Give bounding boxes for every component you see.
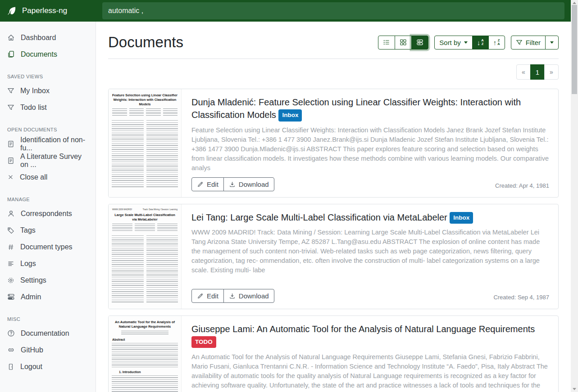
filter-dropdown-toggle[interactable]	[545, 36, 559, 50]
view-toggle-group	[378, 36, 428, 50]
sidebar-item-admin[interactable]: Admin	[0, 288, 96, 305]
hash-icon	[7, 243, 14, 251]
link-icon	[7, 346, 15, 354]
sidebar-item-label: My Inbox	[20, 87, 50, 95]
sort-by-dropdown[interactable]: Sort by	[434, 36, 473, 50]
window-scrollbar[interactable]	[571, 0, 578, 392]
file-text-icon	[7, 140, 14, 148]
tag-badge[interactable]: TODO	[191, 336, 216, 348]
document-title[interactable]: Giuseppe Lami: An Automatic Tool for the…	[191, 323, 549, 348]
current-page-button[interactable]: 1	[530, 64, 545, 80]
sidebar-item-label: A Literature Survey on ...	[20, 153, 88, 169]
sort-ascending-button[interactable]: ↑ZA	[488, 36, 505, 50]
sidebar-item-label: Dashboard	[21, 34, 56, 42]
download-icon	[229, 293, 236, 299]
edit-button[interactable]: Edit	[191, 177, 224, 191]
sidebar-item-logs[interactable]: Logs	[0, 255, 96, 272]
sidebar-item-dashboard[interactable]: Dashboard	[0, 29, 96, 46]
tag-badge[interactable]: Inbox	[450, 212, 473, 224]
tag-badge[interactable]: Inbox	[278, 109, 302, 121]
sidebar-item-close-all[interactable]: Close all	[0, 169, 96, 185]
sidebar-section-heading: MANAGE	[7, 197, 88, 202]
page-title: Documents	[108, 32, 183, 53]
person-icon	[7, 210, 15, 217]
scroll-down-arrow-icon[interactable]	[573, 388, 576, 390]
sidebar-item-github[interactable]: GitHub	[0, 342, 96, 358]
sidebar-item-logout[interactable]: Logout	[0, 358, 96, 375]
download-button[interactable]: Download	[223, 289, 274, 303]
pagination: « 1 »	[516, 64, 559, 80]
sidebar-item-label: Logout	[20, 363, 42, 371]
sort-alpha-down-icon: ↓AZ	[477, 39, 484, 46]
main-content: Documents	[96, 22, 571, 392]
document-description: An Automatic Tool for the Analysis of Na…	[191, 352, 549, 392]
scrollbar-thumb[interactable]	[572, 5, 577, 94]
thumbnail-abstract-label: Abstract	[112, 338, 177, 341]
sidebar-item-label: Admin	[21, 293, 41, 301]
sidebar-item-correspondents[interactable]: Correspondents	[0, 205, 96, 222]
leaf-logo-icon	[7, 6, 17, 16]
download-button[interactable]: Download	[223, 177, 274, 191]
sidebar-item-documents[interactable]: Documents	[0, 46, 96, 63]
created-date: Created: Apr 4, 1981	[495, 182, 549, 191]
brand[interactable]: Paperless-ng	[0, 0, 96, 22]
thumbnail-paper-title: Large Scale Multi-Label Classification v…	[112, 213, 178, 222]
funnel-icon	[7, 87, 14, 95]
chevron-down-icon	[550, 41, 554, 44]
filter-group: Filter	[511, 36, 559, 50]
thumbnail-text-lines	[112, 235, 178, 304]
filter-button[interactable]: Filter	[511, 36, 546, 50]
sidebar-item-label: Logs	[20, 260, 36, 268]
grid-view-button[interactable]	[395, 36, 412, 50]
funnel-icon	[516, 39, 523, 46]
sidebar-item-tags[interactable]: Tags	[0, 222, 96, 239]
detail-list-view-button[interactable]	[411, 36, 428, 50]
brand-name: Paperless-ng	[22, 6, 67, 15]
paperless-app: Paperless-ng automatic , DashboardDocume…	[0, 0, 571, 392]
close-icon	[7, 174, 14, 180]
next-page-button[interactable]: »	[544, 64, 559, 80]
sidebar-item-label: Correspondents	[21, 210, 72, 218]
scroll-up-arrow-icon[interactable]	[573, 2, 576, 4]
search-input[interactable]: automatic ,	[102, 2, 564, 19]
thumbnail-text-lines	[112, 120, 178, 189]
sidebar-item-document-types[interactable]: Document types	[0, 239, 96, 255]
sidebar-item-a-literature-survey-on[interactable]: A Literature Survey on ...	[0, 152, 96, 169]
funnel-icon	[7, 104, 14, 111]
document-thumbnail[interactable]: Feature Selection using Linear Classifie…	[109, 89, 182, 197]
list-view-button[interactable]	[378, 36, 395, 50]
sidebar-item-label: GitHub	[21, 346, 43, 354]
document-card: WWW 2009 MADRID!Track: Data Mining / Ses…	[108, 204, 559, 309]
sidebar-item-label: Documentation	[21, 329, 69, 338]
sidebar-item-label: Settings	[20, 276, 46, 284]
sidebar-item-my-inbox[interactable]: My Inbox	[0, 82, 96, 99]
sidebar-item-label: Tags	[20, 226, 36, 234]
document-title[interactable]: Lei Tang: Large Scale Multi-Label Classi…	[191, 211, 549, 224]
edit-button[interactable]: Edit	[191, 289, 224, 303]
sort-descending-button[interactable]: ↓AZ	[472, 36, 489, 50]
list-view-icon	[383, 39, 390, 46]
document-title[interactable]: Dunja Mladenić: Feature Selection using …	[191, 96, 549, 122]
created-date: Created: Sep 4, 1987	[493, 294, 549, 303]
document-card: An Automatic Tool for the Analysis of Na…	[108, 315, 559, 392]
sidebar-item-documentation[interactable]: Documentation	[0, 325, 96, 342]
sidebar-item-label: Close all	[20, 173, 47, 181]
house-icon	[7, 34, 15, 41]
sidebar-item-todo-list[interactable]: Todo list	[0, 99, 96, 116]
toggles-icon	[7, 293, 15, 301]
document-description: WWW 2009 MADRID! Track: Data Mining / Se…	[191, 228, 549, 275]
sidebar-item-identification-of-non-fu[interactable]: Identification of non-fu...	[0, 135, 96, 152]
tag-icon	[7, 227, 14, 234]
download-icon	[229, 181, 236, 188]
thumbnail-author-block	[121, 331, 169, 335]
card-action-group: Edit Download	[191, 177, 274, 191]
sidebar-item-settings[interactable]: Settings	[0, 272, 96, 288]
question-circle-icon	[7, 329, 15, 337]
prev-page-button[interactable]: «	[516, 64, 531, 80]
sidebar-item-label: Document types	[20, 243, 73, 251]
thumbnail-intro-label: 1. Introduction	[119, 370, 178, 374]
pencil-icon	[197, 181, 204, 188]
document-thumbnail[interactable]: An Automatic Tool for the Analysis of Na…	[109, 316, 182, 392]
document-thumbnail[interactable]: WWW 2009 MADRID!Track: Data Mining / Ses…	[109, 204, 182, 309]
sidebar: DashboardDocuments SAVED VIEWSMy InboxTo…	[0, 22, 96, 392]
